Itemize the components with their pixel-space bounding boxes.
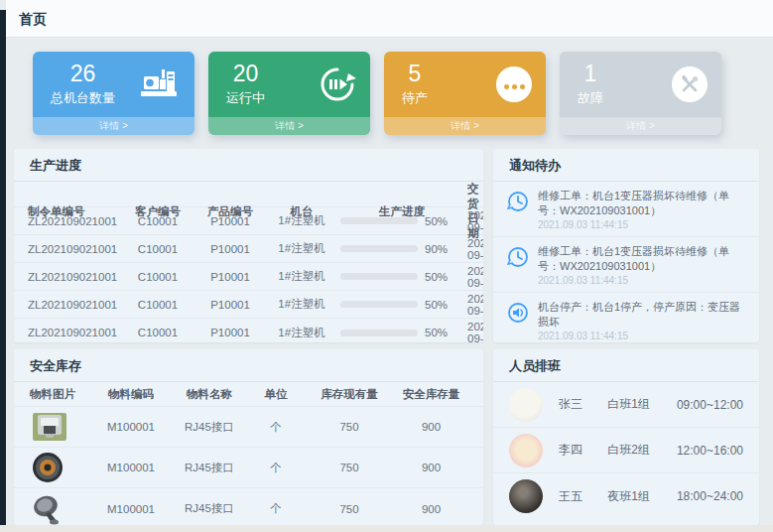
card-waiting: 5 待产 详情 >: [384, 52, 546, 135]
machine-name: 1#注塑机: [267, 241, 336, 256]
avatar: [509, 434, 543, 467]
shift-time: 12:00~16:00: [677, 444, 743, 458]
card-fault: 1 故障 详情 >: [560, 52, 721, 135]
card-waiting-body: 5 待产: [384, 52, 546, 117]
collapsed-sidebar-strip: [0, 10, 6, 532]
progress-percent: 90%: [425, 243, 448, 255]
total-machines-label: 总机台数量: [51, 89, 115, 107]
progress-percent: 50%: [425, 215, 448, 227]
table-row: ZL202109021001 C10001 P10001 1#注塑机 50% 2…: [14, 319, 483, 342]
card-fault-body: 1 故障: [560, 52, 721, 117]
avatar: [509, 388, 543, 422]
machine-name: 1#注塑机: [267, 297, 336, 312]
running-label: 运行中: [226, 89, 265, 107]
progress-cell: 90%: [336, 243, 467, 255]
order-number: ZL202109021001: [28, 215, 122, 227]
person-name: 张三: [559, 396, 607, 413]
shift-time: 09:00~12:00: [677, 398, 743, 412]
material-code: M100001: [91, 462, 171, 473]
material-unit: 个: [248, 501, 304, 516]
waiting-label: 待产: [402, 89, 428, 107]
list-item[interactable]: 维修工单：机台1变压器损坏待维修（单号：WX202109031001） 2021…: [493, 237, 759, 293]
progress-cell: 50%: [336, 327, 467, 338]
delivery-date: 2021-09-10: [467, 265, 483, 289]
material-code: M100001: [91, 503, 171, 515]
person-name: 李四: [559, 442, 607, 459]
product-number: P10001: [193, 299, 267, 311]
card-total-machines: 26 总机台数量 详情 >: [33, 52, 194, 135]
card-total-machines-text: 26 总机台数量: [51, 62, 115, 106]
material-name: RJ45接口: [171, 461, 248, 475]
delivery-date: 2021-09-10: [467, 293, 483, 317]
notification-text: 维修工单：机台1变压器损坏待维修（单号：WX202109031001）: [538, 189, 745, 217]
round-speaker-image: [30, 451, 69, 484]
safety-quantity: 900: [395, 462, 467, 473]
product-number: P10001: [193, 243, 267, 255]
material-name: RJ45接口: [171, 420, 248, 435]
notification-body: 维修工单：机台1变压器损坏待维修（单号：WX202109031001） 2021…: [538, 189, 745, 230]
cone-speaker-image: [30, 492, 69, 526]
customer-number: C10001: [122, 215, 193, 227]
shift-label: 白班1组: [607, 396, 677, 413]
clock-icon: [507, 244, 529, 286]
card-waiting-text: 5 待产: [402, 62, 428, 106]
customer-number: C10001: [122, 271, 193, 283]
total-machines-value: 26: [51, 62, 115, 86]
order-number: ZL202109021001: [28, 299, 122, 311]
card-running-text: 20 运行中: [226, 62, 265, 106]
card-running-body: 20 运行中: [208, 52, 370, 117]
notification-time: 2021.09.03 11:44:15: [538, 331, 745, 341]
ellipsis-icon: [496, 66, 532, 102]
delivery-date: 2021-09-10: [467, 321, 483, 342]
progress-bar: [340, 330, 418, 336]
panel-production-progress: 生产进度 制令单编号 客户编号 产品编号 机台 生产进度 交货日期 ZL2021…: [14, 149, 483, 342]
waiting-detail-link[interactable]: 详情 >: [384, 117, 546, 135]
delivery-date: 2021-09-10: [467, 209, 483, 233]
material-code: M100001: [91, 421, 171, 433]
panel-personnel-schedule: 人员排班 张三 白班1组 09:00~12:00 李四 白班2组 12:00~1…: [493, 349, 759, 525]
card-running: 20 运行中 详情 >: [208, 52, 370, 135]
notification-body: 机台停产：机台1停产，停产原因：变压器损坏 2021.09.03 11:44:1…: [538, 300, 745, 341]
fault-detail-link[interactable]: 详情 >: [560, 117, 721, 135]
progress-percent: 50%: [425, 327, 448, 338]
col-header-image: 物料图片: [30, 387, 91, 402]
tools-icon: [672, 66, 708, 102]
tab-home[interactable]: 首页: [19, 11, 47, 29]
avatar: [509, 479, 543, 513]
person-name: 王五: [559, 488, 607, 505]
order-number: ZL202109021001: [28, 243, 122, 255]
panel-safety-inventory: 安全库存 物料图片 物料编码 物料名称 单位 库存现有量 安全库存量: [14, 349, 483, 525]
machine-icon: [139, 67, 181, 101]
notification-time: 2021.09.03 11:44:15: [538, 275, 745, 286]
production-progress-title: 生产进度: [14, 149, 483, 182]
progress-bar: [340, 301, 418, 308]
list-item: 王五 夜班1组 18:00~24:00: [493, 473, 759, 519]
total-machines-detail-link[interactable]: 详情 >: [33, 117, 194, 135]
order-number: ZL202109021001: [28, 271, 122, 283]
material-unit: 个: [248, 420, 304, 435]
card-fault-text: 1 故障: [578, 62, 603, 106]
list-item[interactable]: 维修工单：机台1变压器损坏待维修（单号：WX202109031001） 2021…: [493, 182, 759, 237]
safety-inventory-title: 安全库存: [14, 349, 483, 382]
notifications-title: 通知待办: [493, 149, 759, 182]
product-number: P10001: [193, 215, 267, 227]
table-row: ZL202109021001 C10001 P10001 1#注塑机 50% 2…: [14, 291, 483, 319]
shift-label: 白班2组: [607, 442, 677, 459]
safety-quantity: 900: [395, 421, 467, 433]
card-total-machines-body: 26 总机台数量: [33, 52, 194, 117]
list-item[interactable]: 机台停产：机台1停产，停产原因：变压器损坏 2021.09.03 11:44:1…: [493, 293, 759, 342]
product-number: P10001: [193, 327, 267, 338]
col-header-safety: 安全库存量: [395, 387, 467, 402]
running-detail-link[interactable]: 详情 >: [208, 117, 370, 135]
inventory-table-header: 物料图片 物料编码 物料名称 单位 库存现有量 安全库存量: [14, 382, 483, 407]
notification-text: 机台停产：机台1停产，停产原因：变压器损坏: [538, 300, 745, 329]
progress-cell: 50%: [336, 271, 467, 283]
list-item: 张三 白班1组 09:00~12:00: [493, 382, 759, 428]
col-header-code: 物料编码: [91, 387, 171, 402]
personnel-schedule-title: 人员排班: [493, 349, 759, 382]
progress-percent: 50%: [425, 271, 448, 283]
col-header-unit: 单位: [248, 387, 304, 402]
machine-name: 1#注塑机: [267, 213, 336, 228]
fault-value: 1: [578, 62, 603, 86]
bottom-window-edge: [0, 525, 773, 532]
